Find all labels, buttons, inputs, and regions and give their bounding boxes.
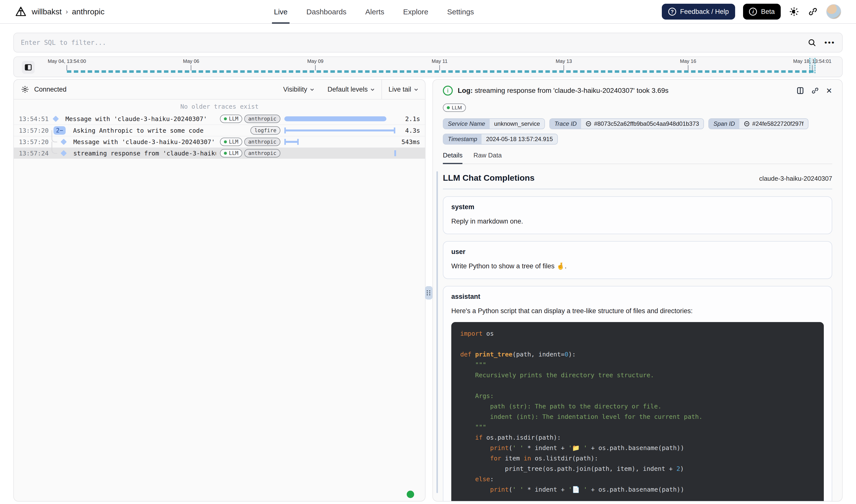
trace-time: 13:54:51 [19, 115, 50, 123]
timeline-tick: May 04, 13:54:00 [48, 58, 86, 71]
timeline-track[interactable]: May 04, 13:54:00May 06May 09May 11May 13… [14, 57, 842, 77]
nav-tabs: LiveDashboardsAlertsExploreSettings [274, 0, 474, 24]
code-block: import os def print_tree(path, indent=0)… [451, 322, 824, 502]
log-attributes: Service Nameunknown_serviceTrace ID#8073… [443, 118, 832, 145]
attribute-timestamp: Timestamp2024-05-18 13:57:24.915 [443, 134, 558, 145]
attribute-service-name: Service Nameunknown_service [443, 118, 545, 129]
timeline-tick: May 18, 13:54:01 [793, 58, 832, 71]
duration-bar-area [284, 115, 395, 122]
timeline-tick: May 11 [432, 58, 448, 71]
timeline-dashed-line [67, 70, 816, 73]
message-role: user [451, 248, 824, 256]
trace-row[interactable]: 13:57:20Message with 'claude-3-haiku-202… [14, 136, 425, 147]
message-text: Here's a Python script that can display … [451, 306, 824, 316]
share-link-icon[interactable] [807, 6, 818, 17]
nav-tab-live[interactable]: Live [274, 0, 287, 24]
log-detail-panel: i Log: streaming response from 'claude-3… [433, 79, 843, 502]
nav-tab-dashboards[interactable]: Dashboards [307, 0, 347, 24]
tag-pill-llm: LLM [220, 149, 242, 158]
log-level-info-icon: i [443, 86, 453, 95]
duration-bar [394, 150, 396, 156]
tag-pill-logfire: logfire [250, 126, 280, 135]
trace-row[interactable]: 13:57:202−Asking Anthropic to write some… [14, 125, 425, 136]
split-view-icon[interactable] [796, 87, 804, 94]
control-live-tail[interactable]: Live tail [382, 80, 425, 99]
beta-button[interactable]: i Beta [743, 4, 781, 20]
control-default-levels[interactable]: Default levels [321, 80, 381, 99]
logfire-logo-icon[interactable] [15, 6, 27, 18]
more-options-icon[interactable]: ••• [824, 40, 835, 45]
trace-time: 13:57:20 [19, 138, 50, 146]
detail-scrollbar[interactable] [436, 171, 438, 493]
duration-bar-area [284, 150, 395, 157]
attribute-span-id[interactable]: Span ID#24fe5822720f297f [709, 118, 808, 129]
message-card-assistant: assistantHere's a Python script that can… [443, 286, 832, 502]
trace-list-panel: Connected VisibilityDefault levelsLive t… [13, 79, 425, 502]
close-icon[interactable]: ✕ [826, 86, 832, 95]
breadcrumb-separator: › [66, 8, 68, 16]
feedback-help-button[interactable]: ? Feedback / Help [662, 4, 735, 20]
timeline-tick: May 06 [183, 58, 199, 71]
tag-pill-anthropic: anthropic [244, 114, 280, 123]
tag-pill-anthropic: anthropic [244, 138, 280, 146]
message-role: system [451, 203, 824, 211]
trace-label: streaming response from 'claude-3-haiku-… [73, 150, 216, 157]
trace-label: Message with 'claude-3-haiku-20240307' [65, 115, 216, 123]
theme-toggle-icon[interactable] [789, 6, 800, 17]
duration-bar [284, 129, 395, 131]
trace-duration: 4.3s [395, 127, 420, 134]
trace-duration: 543ms [395, 138, 420, 146]
attribute-trace-id[interactable]: Trace ID#8073c52a62ffb9ba05c4aa948d01b37… [549, 118, 704, 129]
drag-dots-icon [427, 290, 431, 295]
control-visibility[interactable]: Visibility [277, 80, 321, 99]
search-icon[interactable] [807, 38, 816, 47]
duration-bar [284, 116, 386, 121]
duration-bar-area [284, 127, 395, 134]
sql-filter-bar: ••• [13, 33, 843, 53]
section-title: LLM Chat Completions [443, 173, 535, 183]
trace-row[interactable]: 13:57:24streaming response from 'claude-… [14, 147, 425, 159]
duration-bar [284, 141, 299, 143]
copy-link-icon[interactable] [811, 87, 819, 94]
tag-pill-llm: LLM [220, 138, 242, 146]
green-dot-icon [447, 106, 450, 109]
model-name: claude-3-haiku-20240307 [759, 175, 832, 182]
detail-tabs: DetailsRaw Data [443, 151, 832, 164]
settings-gear-icon[interactable] [21, 85, 29, 94]
span-diamond-icon [53, 115, 59, 122]
connection-status: Connected [34, 86, 67, 93]
span-diamond-icon [60, 150, 67, 156]
trace-time: 13:57:20 [19, 127, 50, 134]
nav-tab-explore[interactable]: Explore [403, 0, 429, 24]
trace-row[interactable]: 13:54:51Message with 'claude-3-haiku-202… [14, 113, 425, 125]
user-avatar[interactable] [826, 4, 841, 19]
timeline-panel: May 04, 13:54:00May 06May 09May 11May 13… [13, 56, 843, 77]
chat-messages: systemReply in markdown one.userWrite Py… [443, 196, 832, 502]
log-title: Log: streaming response from 'claude-3-h… [458, 87, 668, 94]
timeline-tick: May 16 [680, 58, 696, 71]
panel-resize-handle[interactable] [425, 286, 433, 300]
timeline-tick: May 13 [556, 58, 572, 71]
sql-filter-input[interactable] [21, 39, 807, 46]
info-icon: i [749, 8, 757, 16]
question-icon: ? [668, 8, 676, 16]
section-divider [443, 188, 832, 190]
nav-tab-alerts[interactable]: Alerts [365, 0, 384, 24]
tree-connector [50, 147, 57, 159]
detail-tab-details[interactable]: Details [443, 151, 462, 164]
message-text: Reply in markdown one. [451, 217, 824, 226]
breadcrumb-project[interactable]: anthropic [72, 7, 105, 16]
detail-tab-raw-data[interactable]: Raw Data [473, 151, 502, 164]
breadcrumb: willbakst › anthropic [15, 6, 105, 18]
top-nav: willbakst › anthropic LiveDashboardsAler… [0, 0, 856, 24]
message-card-user: userWrite Python to show a tree of files… [443, 241, 832, 279]
trace-list-controls: VisibilityDefault levelsLive tail [277, 80, 425, 99]
tag-pill-llm: LLM [220, 114, 242, 123]
live-tail-indicator [407, 491, 414, 498]
trace-label: Message with 'claude-3-haiku-20240307' [73, 138, 216, 146]
nav-tab-settings[interactable]: Settings [447, 0, 474, 24]
message-text: Write Python to show a tree of files 🤞. [451, 262, 824, 271]
timeline-tick: May 09 [307, 58, 324, 71]
message-card-system: systemReply in markdown one. [443, 196, 832, 234]
breadcrumb-org[interactable]: willbakst [32, 7, 62, 16]
